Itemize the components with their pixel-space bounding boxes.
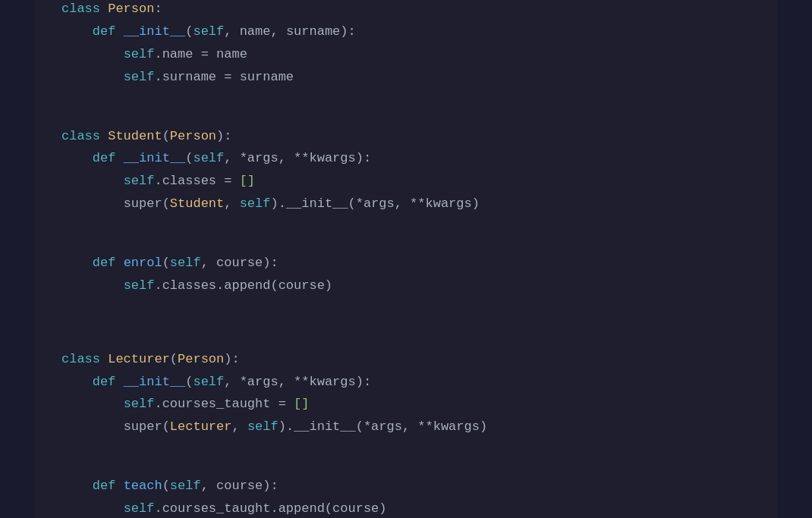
line-3: self.name = name [61, 47, 247, 61]
line-8: self.classes = [] [61, 174, 255, 188]
line-18: self.courses_taught = [] [61, 397, 309, 411]
line-16: class Lecturer(Person): [61, 352, 240, 366]
code-content: class Person: def __init__(self, name, s… [61, 0, 751, 518]
line-12: self.classes.append(course) [61, 278, 332, 293]
line-22: self.courses_taught.append(course) [61, 501, 387, 516]
line-19: super(Lecturer, self).__init__(*args, **… [61, 419, 487, 434]
line-9: super(Student, self).__init__(*args, **k… [61, 196, 480, 211]
line-4: self.surname = surname [61, 70, 294, 84]
line-7: def __init__(self, *args, **kwargs): [61, 151, 371, 165]
line-6: class Student(Person): [61, 129, 231, 143]
line-21: def teach(self, course): [61, 479, 279, 493]
line-17: def __init__(self, *args, **kwargs): [61, 375, 371, 389]
line-11: def enrol(self, course): [61, 256, 279, 270]
code-editor: class Person: def __init__(self, name, s… [34, 0, 778, 518]
line-2: def __init__(self, name, surname): [61, 24, 356, 39]
line-1: class Person: [61, 2, 162, 16]
